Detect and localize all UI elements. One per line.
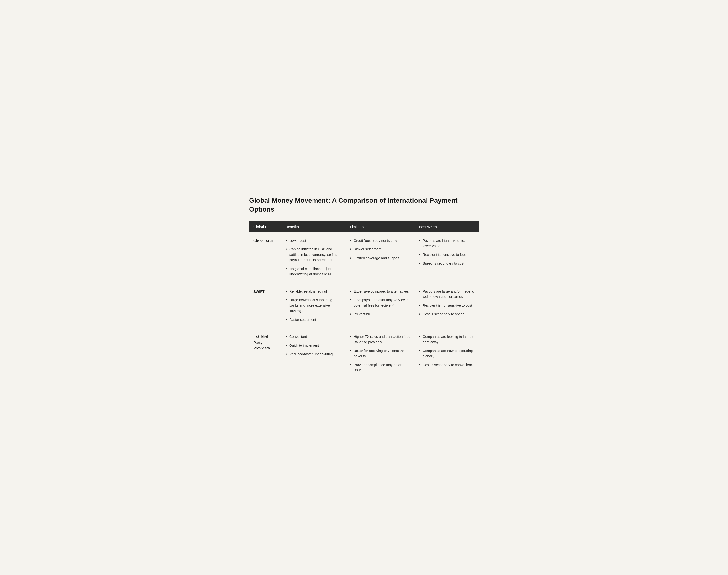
cell-bestwhen: Payouts are higher-volume, lower-valueRe… <box>414 232 479 283</box>
list-item: Slower settlement <box>350 246 410 252</box>
list-item: Irreversible <box>350 311 410 317</box>
list-item: Expensive compared to alternatives <box>350 289 410 294</box>
cell-limitations: Expensive compared to alternativesFinal … <box>345 283 414 328</box>
table-row: SWIFTReliable, established railLarge net… <box>249 283 479 328</box>
list-item: Cost is secondary to convenience <box>419 362 475 368</box>
cell-rail: FX/Third-Party Providers <box>249 328 281 379</box>
cell-benefits: ConvenientQuick to implementReduced/fast… <box>281 328 345 379</box>
rail-name: SWIFT <box>253 290 265 294</box>
table-row: FX/Third-Party ProvidersConvenientQuick … <box>249 328 479 379</box>
list-item: Final payout amount may vary (with poten… <box>350 297 410 308</box>
list-item: Faster settlement <box>286 317 341 322</box>
list-item: Reliable, established rail <box>286 289 341 294</box>
list-item: Convenient <box>286 334 341 339</box>
list-item: Can be initiated in USD and settled in l… <box>286 246 341 263</box>
header-benefits: Benefits <box>281 222 345 232</box>
header-rail: Global Rail <box>249 222 281 232</box>
list-item: Quick to implement <box>286 343 341 348</box>
list-item: Provider compliance may be an issue <box>350 362 410 373</box>
comparison-table: Global Rail Benefits Limitations Best Wh… <box>249 222 479 379</box>
list-item: Limited coverage and support <box>350 256 410 261</box>
cell-limitations: Credit (push) payments onlySlower settle… <box>345 232 414 283</box>
list-item: Lower cost <box>286 238 341 243</box>
list-item: Recipient is not sensitive to cost <box>419 303 475 308</box>
list-item: Payouts are higher-volume, lower-value <box>419 238 475 249</box>
list-item: Higher FX rates and transaction fees (fa… <box>350 334 410 345</box>
list-item: Better for receiving payments than payou… <box>350 348 410 359</box>
list-item: Reduced/faster underwriting <box>286 351 341 357</box>
cell-bestwhen: Payouts are large and/or made to well-kn… <box>414 283 479 328</box>
rail-name: FX/Third-Party Providers <box>253 335 270 350</box>
cell-benefits: Lower costCan be initiated in USD and se… <box>281 232 345 283</box>
list-item: Companies are new to operating globally <box>419 348 475 359</box>
cell-rail: SWIFT <box>249 283 281 328</box>
page-container: Global Money Movement: A Comparison of I… <box>249 196 479 379</box>
list-item: Cost is secondary to speed <box>419 311 475 317</box>
table-row: Global ACHLower costCan be initiated in … <box>249 232 479 283</box>
list-item: Credit (push) payments only <box>350 238 410 243</box>
list-item: No global compliance—just underwriting a… <box>286 266 341 277</box>
cell-rail: Global ACH <box>249 232 281 283</box>
header-limitations: Limitations <box>345 222 414 232</box>
cell-bestwhen: Companies are looking to launch right aw… <box>414 328 479 379</box>
rail-name: Global ACH <box>253 239 273 243</box>
page-title: Global Money Movement: A Comparison of I… <box>249 196 479 214</box>
list-item: Speed is secondary to cost <box>419 261 475 266</box>
list-item: Recipient is sensitive to fees <box>419 252 475 257</box>
table-header-row: Global Rail Benefits Limitations Best Wh… <box>249 222 479 232</box>
list-item: Payouts are large and/or made to well-kn… <box>419 289 475 300</box>
cell-limitations: Higher FX rates and transaction fees (fa… <box>345 328 414 379</box>
header-bestwhen: Best When <box>414 222 479 232</box>
list-item: Companies are looking to launch right aw… <box>419 334 475 345</box>
list-item: Large network of supporting banks and mo… <box>286 297 341 313</box>
cell-benefits: Reliable, established railLarge network … <box>281 283 345 328</box>
